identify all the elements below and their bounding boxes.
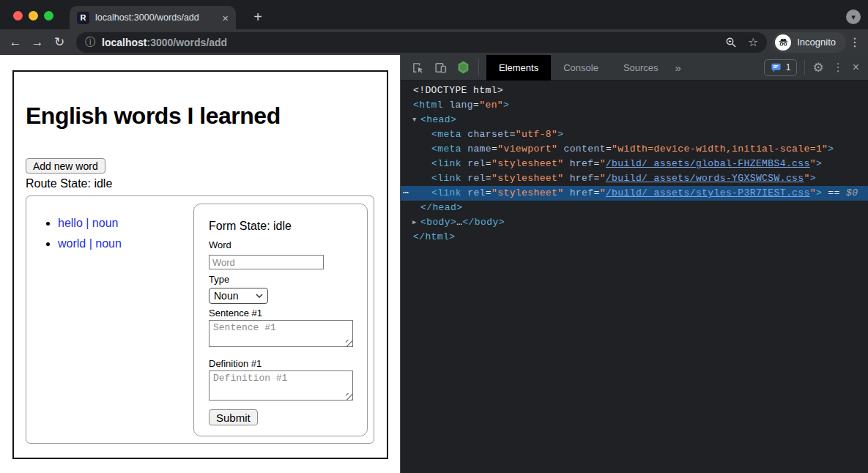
dom-tree-line[interactable]: <!DOCTYPE html> <box>401 83 868 98</box>
type-select[interactable]: Noun <box>209 288 268 304</box>
page-container: English words I learned Add new word Rou… <box>12 70 388 459</box>
submit-button[interactable]: Submit <box>209 409 258 425</box>
dom-tree-line[interactable]: <meta name="viewport" content="width=dev… <box>401 142 868 157</box>
toolbar-divider <box>478 59 479 76</box>
definition-label: Definition #1 <box>209 358 261 369</box>
dom-tree-line[interactable]: <html lang="en"> <box>401 98 868 113</box>
type-select-value: Noun <box>214 290 238 302</box>
settings-gear-icon[interactable]: ⚙ <box>812 60 823 75</box>
fullscreen-window-button[interactable] <box>44 11 53 21</box>
issues-bubble-icon <box>771 62 782 73</box>
sentence-label: Sentence #1 <box>209 308 262 319</box>
disclosure-arrow-icon[interactable]: ▶ <box>412 215 420 230</box>
browser-window: R localhost:3000/words/add × + ▾ ← → ↻ ⓘ… <box>0 0 868 473</box>
type-label: Type <box>209 274 229 285</box>
address-bar[interactable]: ⓘ localhost:3000/words/add ☆ <box>76 32 767 53</box>
issues-counter[interactable]: 1 <box>764 59 798 76</box>
remix-favicon-icon: R <box>77 12 89 24</box>
more-tabs-icon[interactable]: » <box>675 62 681 74</box>
word-list-item: world | noun <box>58 237 122 250</box>
sentence-textarea[interactable] <box>209 320 353 347</box>
page-viewport: English words I learned Add new word Rou… <box>0 55 400 473</box>
inspect-element-icon[interactable] <box>411 61 424 74</box>
zoom-icon[interactable] <box>724 36 738 49</box>
url-text: localhost:3000/words/add <box>102 37 227 48</box>
url-host: localhost <box>102 37 146 48</box>
incognito-icon <box>775 34 791 51</box>
disclosure-arrow-icon[interactable]: ▼ <box>412 113 420 127</box>
browser-menu-button[interactable]: ⋮ <box>846 31 864 53</box>
definition-textarea[interactable] <box>209 370 353 401</box>
dom-tree-line[interactable]: <link rel="stylesheet" href="/build/_ass… <box>401 157 868 171</box>
tab-title: localhost:3000/words/add <box>95 12 218 23</box>
route-state-text: Route State: idle <box>26 177 112 190</box>
dom-tree-line[interactable]: </head> <box>401 201 868 215</box>
word-list-item: hello | noun <box>58 217 122 230</box>
devtools-dom-tree: <!DOCTYPE html><html lang="en">▼<head><m… <box>401 81 868 473</box>
devtools-menu-icon[interactable]: ⋮ <box>833 61 844 74</box>
device-toolbar-icon[interactable] <box>434 61 447 74</box>
browser-toolbar: ← → ↻ ⓘ localhost:3000/words/add ☆ <box>0 29 868 55</box>
tab-close-icon[interactable]: × <box>222 12 229 24</box>
word-list: hello | nounworld | noun <box>45 217 122 258</box>
window-controls <box>13 11 53 21</box>
tab-search-button[interactable]: ▾ <box>846 10 861 24</box>
minimize-window-button[interactable] <box>29 11 38 21</box>
dom-tree-line[interactable]: </html> <box>401 230 868 245</box>
word-link[interactable]: world | noun <box>58 237 122 250</box>
new-tab-button[interactable]: + <box>248 7 268 27</box>
incognito-badge: Incognito <box>773 32 846 53</box>
url-path: :3000/words/add <box>146 37 227 48</box>
word-link[interactable]: hello | noun <box>58 217 118 229</box>
page-title: English words I learned <box>26 103 281 130</box>
tab-console[interactable]: Console <box>551 55 611 81</box>
words-panel: hello | nounworld | noun Form State: idl… <box>26 195 374 444</box>
incognito-label: Incognito <box>797 37 836 48</box>
add-word-form: Form State: idle Word Type Noun Sentence… <box>193 204 368 436</box>
dom-tree-line[interactable]: <meta charset="utf-8"> <box>401 127 868 142</box>
line-menu-dots-icon[interactable]: ⋯ <box>403 186 409 201</box>
form-state-text: Form State: idle <box>209 220 292 233</box>
close-window-button[interactable] <box>13 11 23 21</box>
word-label: Word <box>209 239 231 250</box>
dom-tree-line[interactable]: ▶<body>…</body> <box>401 215 868 230</box>
word-input[interactable] <box>209 255 324 269</box>
devtools-close-icon[interactable]: × <box>853 61 859 74</box>
dom-tree-line[interactable]: ⋯<link rel="stylesheet" href="/build/_as… <box>401 186 868 201</box>
dom-tree-line[interactable]: <link rel="stylesheet" href="/build/_ass… <box>401 171 868 186</box>
forward-button[interactable]: → <box>26 31 48 53</box>
caret-down-icon: ▾ <box>851 12 856 22</box>
tab-strip: R localhost:3000/words/add × + ▾ <box>0 0 868 29</box>
reload-button[interactable]: ↻ <box>48 31 70 53</box>
chevron-down-icon <box>256 294 263 298</box>
bookmark-star-icon[interactable]: ☆ <box>748 35 758 49</box>
dom-tree-line[interactable]: ▼<head> <box>401 113 868 127</box>
devtools-toolbar: Elements Console Sources » 1 ⚙ ⋮ × <box>401 55 868 81</box>
tab-sources[interactable]: Sources <box>611 55 671 81</box>
issues-count: 1 <box>786 62 791 72</box>
add-new-word-button[interactable]: Add new word <box>26 158 105 174</box>
toolbar-divider <box>804 60 805 75</box>
site-info-icon[interactable]: ⓘ <box>85 36 95 49</box>
browser-tab[interactable]: R localhost:3000/words/add × <box>70 6 236 29</box>
back-button[interactable]: ← <box>4 31 26 53</box>
extension-hexagon-icon[interactable] <box>456 61 470 74</box>
devtools-panel: Elements Console Sources » 1 ⚙ ⋮ × <box>400 55 868 473</box>
tab-elements[interactable]: Elements <box>486 55 551 81</box>
